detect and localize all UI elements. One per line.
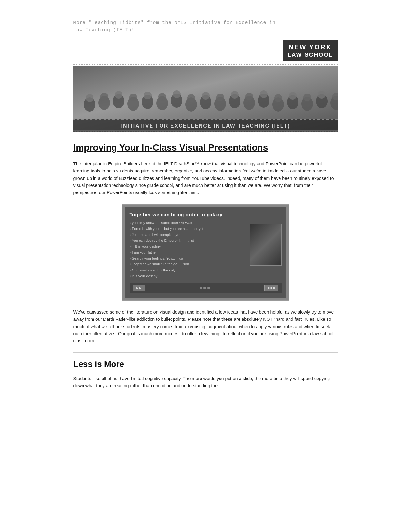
ppt-bullet-7: Search your feelings. You... up — [130, 256, 246, 261]
ppt-slide: Together we can bring order to galaxy yo… — [125, 207, 286, 298]
ppt-nav-dot-1 — [200, 287, 202, 289]
logo-line1: NEW YORK — [288, 43, 333, 51]
svg-point-32 — [274, 94, 282, 102]
svg-point-33 — [289, 92, 297, 100]
section-title-less-is-more: Less is More — [73, 359, 338, 369]
ppt-nav-dots — [200, 287, 210, 289]
svg-point-26 — [187, 94, 195, 102]
ppt-bullet-6: I am your father — [130, 250, 246, 255]
section-divider — [73, 352, 338, 353]
ppt-bullet-2: Force is with you — but you are n... not… — [130, 226, 246, 231]
logo-banner: NEW YORK LAW SCHOOL — [73, 40, 338, 61]
svg-point-24 — [158, 93, 166, 101]
page-subtitle: More "Teaching Tidbits" from the NYLS In… — [73, 19, 338, 34]
svg-point-28 — [216, 94, 224, 101]
ppt-slide-container: Together we can bring order to galaxy yo… — [122, 204, 289, 301]
hero-overlay-text: INITIATIVE FOR EXCELLENCE IN LAW TEACHIN… — [79, 123, 333, 129]
ppt-bullet-4: You can destroy the Emperor i... this) — [130, 238, 246, 243]
svg-point-30 — [245, 93, 253, 100]
ppt-bullet-10: it is your destiny! — [130, 274, 246, 279]
nyls-logo: NEW YORK LAW SCHOOL — [283, 40, 338, 61]
middle-paragraph: We've canvassed some of the literature o… — [73, 309, 338, 345]
ppt-nav-dot-3 — [207, 287, 210, 289]
ppt-bullet-5: It is your destiny — [130, 244, 246, 249]
ppt-bullet-3: Join me and I will complete you — [130, 232, 246, 237]
svg-point-22 — [129, 94, 137, 101]
svg-point-31 — [260, 90, 268, 98]
ppt-bullet-8: Together we shall rule the ga... son — [130, 262, 246, 267]
ppt-nav-dot-2 — [203, 287, 206, 289]
svg-point-21 — [115, 91, 122, 99]
hero-overlay: INITIATIVE FOR EXCELLENCE IN LAW TEACHIN… — [73, 119, 338, 132]
hero-top-border — [73, 64, 338, 65]
ppt-bullet-1: you only know the same otter Ob-Wan — [130, 221, 246, 225]
ppt-right-image — [250, 224, 282, 266]
ppt-btn-2: ■ ■ ■ — [264, 285, 278, 291]
hero-image-container: INITIATIVE FOR EXCELLENCE IN LAW TEACHIN… — [73, 64, 338, 132]
intro-paragraph: The Intergalactic Empire Builders here a… — [73, 160, 338, 196]
ppt-slide-title: Together we can bring order to galaxy — [130, 212, 282, 217]
svg-point-34 — [303, 94, 311, 101]
logo-line2: LAW SCHOOL — [288, 51, 333, 59]
closing-paragraph: Students, like all of us, have limited c… — [73, 375, 338, 389]
svg-point-29 — [231, 91, 239, 99]
ppt-bullet-9: Come with me. It is the only — [130, 268, 246, 273]
svg-point-35 — [318, 91, 326, 99]
svg-point-20 — [100, 93, 108, 100]
svg-point-23 — [144, 92, 152, 99]
ppt-btn-1: ▶ ▶ — [133, 285, 145, 291]
svg-point-27 — [202, 92, 210, 100]
ppt-bottom-bar: ▶ ▶ ■ ■ ■ — [130, 283, 282, 293]
svg-point-19 — [86, 94, 93, 102]
svg-point-25 — [173, 90, 181, 98]
main-title: Improving Your In-Class Visual Presentat… — [73, 142, 338, 153]
